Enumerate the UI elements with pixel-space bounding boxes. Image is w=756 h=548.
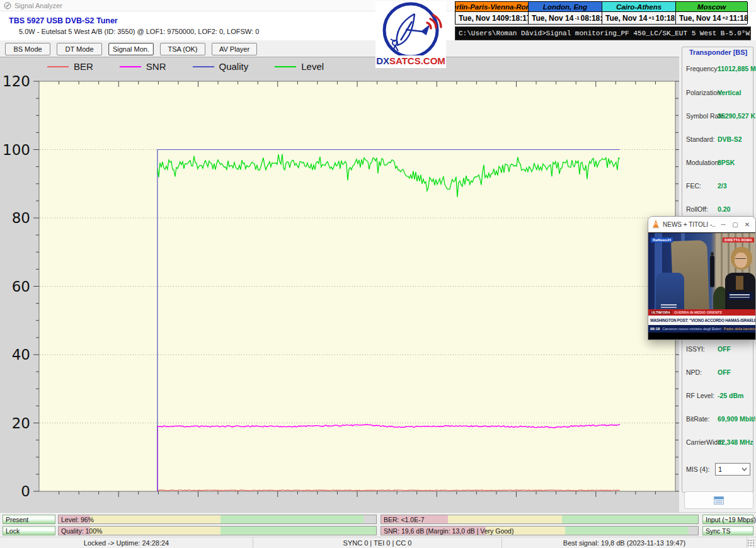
- transponder-row: Modulation:8PSK: [682, 159, 754, 168]
- headline-text: WASHINGTON POST: "VICINO ACCORDO HAMAS-I…: [650, 318, 755, 323]
- statusbar-lock-uptime: Locked -> Uptime: 24:28:24: [0, 537, 253, 548]
- transponder-row: BitRate:69,909 Mbit/s: [682, 415, 754, 424]
- list-card-icon: [714, 496, 724, 505]
- clock-city-3: Cairo-Athens: [602, 2, 676, 12]
- statusbar-best-signal: Best signal: 19,8 dB (2023-11-13 19:47): [502, 537, 747, 548]
- quality-progressbar: Quality: 100%: [58, 526, 377, 535]
- present-indicator: Present: [3, 515, 55, 524]
- panel-extra-button[interactable]: [684, 491, 753, 509]
- reporter-glasses: [735, 258, 746, 261]
- transponder-row: NPD:OFF: [682, 368, 754, 377]
- transponder-row: RF Level:-25 dBm: [682, 392, 754, 401]
- svg-text:60: 60: [12, 278, 30, 295]
- signal-analyzer-window: Signal Analyzer TBS 5927 USB DVB-S2 Tune…: [0, 0, 756, 548]
- input-indicator: Input (~19 Mbps): [702, 515, 753, 524]
- tab-signal-mon-[interactable]: Signal Mon.: [108, 43, 154, 55]
- transponder-row: ISSYI:OFF: [682, 345, 754, 354]
- breaking-news-strip: ULTIM'ORA GUERRA IN MEDIO ORIENTE: [648, 309, 755, 316]
- minimize-button[interactable]: ─: [719, 221, 728, 228]
- signal-monitor-plot: 020406080100120: [0, 57, 679, 514]
- clock-city-4: Moscow: [676, 2, 748, 12]
- statusbar-sync-counters: SYNC 0 | TEI 0 | CC 0: [253, 537, 502, 548]
- vlc-window-title: NEWS + TITOLI -...: [663, 221, 716, 228]
- breaking-text: GUERRA IN MEDIO ORIENTE: [674, 311, 722, 314]
- live-badge: DIRETTA ROMA: [723, 237, 754, 243]
- person-silhouette: [710, 256, 714, 287]
- clock-time-4: Tue, Nov 14+211:18: [676, 12, 748, 24]
- mis-dropdown[interactable]: 1: [715, 463, 750, 476]
- transponder-title: Transponder [BS]: [687, 49, 749, 56]
- level-progressbar: Level: 96%: [58, 515, 377, 524]
- app-dish-icon: [4, 2, 11, 9]
- vlc-titlebar[interactable]: NEWS + TITOLI -... ─ ▢ ✕: [648, 217, 755, 232]
- transponder-row: CarrierWidth:42,348 MHz: [682, 438, 754, 447]
- reporter-caption: [728, 292, 753, 300]
- resize-grip[interactable]: [747, 539, 755, 547]
- crawl-text-1: Cameron nuovo ministro degli Esteri: [662, 327, 721, 331]
- svg-text:DXSATCS.COM: DXSATCS.COM: [376, 55, 445, 66]
- dxsatcs-logo: DXSATCS.COM: [375, 1, 446, 68]
- signal-status-bars: Present Lock Level: 96% Quality: 100% BE…: [0, 512, 756, 537]
- chart-legend: BERSNRQualityLevel: [47, 61, 324, 72]
- signal-chart-region: BERSNRQualityLevel 020406080100120: [0, 57, 679, 513]
- transponder-row: Frequency:11012,885 MHz: [682, 65, 754, 74]
- clock-city-2: London, Eng: [529, 2, 602, 12]
- lock-indicator: Lock: [3, 526, 55, 535]
- window-title: Signal Analyzer: [14, 2, 62, 9]
- breaking-label: ULTIM'ORA: [650, 311, 672, 314]
- crawl-strip: 08:18 Cameron nuovo ministro degli Ester…: [648, 325, 755, 333]
- transponder-row: Symbol Rate:35290,527 KS/s: [682, 112, 754, 121]
- legend-item-snr: SNR: [120, 61, 166, 72]
- svg-text:40: 40: [12, 346, 30, 363]
- podium: [656, 273, 684, 309]
- crawl-time: 08:18: [650, 327, 660, 331]
- svg-text:80: 80: [12, 210, 30, 226]
- tuner-details: 5.0W - Eutelsat 5 West A/B (ID: 3550) @ …: [19, 28, 259, 35]
- clock-city-1: Berlin-Paris-Vienna-Roma: [455, 2, 529, 12]
- transponder-row: Polarization:Vertical: [682, 89, 754, 98]
- crawl-text-2: Padre della bambina: "Abbiamo...": [724, 327, 755, 331]
- console-command-line: C:\Users\Roman Dávid>Signal monitoring_P…: [455, 26, 751, 40]
- news-scene: RaiNews24 DIRETTA ROMA: [648, 233, 755, 309]
- transponder-row: FEC:2/3: [682, 182, 754, 191]
- tab-av-player[interactable]: AV Player: [212, 43, 257, 55]
- reporter-shirt: [736, 276, 743, 290]
- maximize-button[interactable]: ▢: [731, 221, 740, 228]
- chevron-down-icon: [742, 467, 747, 471]
- vlc-cone-icon: [652, 220, 660, 229]
- ber-progressbar: BER: <1.0E-7: [381, 515, 699, 524]
- tab-bar: BS ModeDT ModeSignal Mon.TSA (OK)AV Play…: [0, 40, 679, 57]
- level-label: Level: 96%: [61, 516, 94, 523]
- mis-selected-value: 1: [718, 465, 722, 473]
- clock-time-1: Tue, Nov 1409:18:17: [455, 12, 529, 24]
- tab-dt-mode[interactable]: DT Mode: [57, 43, 102, 55]
- ber-label: BER: <1.0E-7: [384, 516, 425, 523]
- quality-label: Quality: 100%: [61, 527, 102, 535]
- headline-strip: WASHINGTON POST: "VICINO ACCORDO HAMAS-I…: [648, 316, 755, 325]
- close-button[interactable]: ✕: [743, 221, 752, 228]
- video-content[interactable]: RaiNews24 DIRETTA ROMA ULTIM'ORA GUERRA …: [648, 232, 755, 340]
- tab-tsa-ok-[interactable]: TSA (OK): [160, 43, 205, 55]
- legend-item-ber: BER: [47, 61, 93, 72]
- tab-bs-mode[interactable]: BS Mode: [5, 43, 50, 55]
- transponder-row: Standard:DVB-S2: [682, 135, 754, 144]
- vlc-video-window[interactable]: NEWS + TITOLI -... ─ ▢ ✕ RaiNews24 DIRET…: [648, 216, 756, 340]
- snr-progressbar: SNR: 19,6 dB (Margin: 13,0 dB | Very Goo…: [381, 526, 699, 535]
- world-clocks: Berlin-Paris-Vienna-RomaLondon, EngCairo…: [455, 1, 747, 25]
- svg-text:120: 120: [3, 73, 30, 89]
- legend-item-quality: Quality: [193, 61, 249, 72]
- svg-text:20: 20: [12, 415, 30, 431]
- snr-label: SNR: 19,6 dB (Margin: 13,0 dB | Very Goo…: [384, 527, 513, 535]
- svg-text:100: 100: [3, 142, 30, 158]
- sync-ts-indicator: Sync TS: [702, 526, 753, 535]
- tuner-name: TBS 5927 USB DVB-S2 Tuner: [9, 16, 118, 25]
- legend-item-level: Level: [275, 61, 324, 72]
- transponder-row: RollOff:0.20: [682, 205, 754, 214]
- channel-badge: RaiNews24: [651, 237, 673, 243]
- clock-time-3: Tue, Nov 14+110:18: [602, 12, 676, 24]
- clock-time-2: Tue, Nov 14-108:18:17: [529, 12, 602, 24]
- status-bar: Locked -> Uptime: 24:28:24 SYNC 0 | TEI …: [0, 537, 756, 548]
- mis-label: MIS (4):: [686, 465, 709, 473]
- svg-text:0: 0: [21, 483, 30, 499]
